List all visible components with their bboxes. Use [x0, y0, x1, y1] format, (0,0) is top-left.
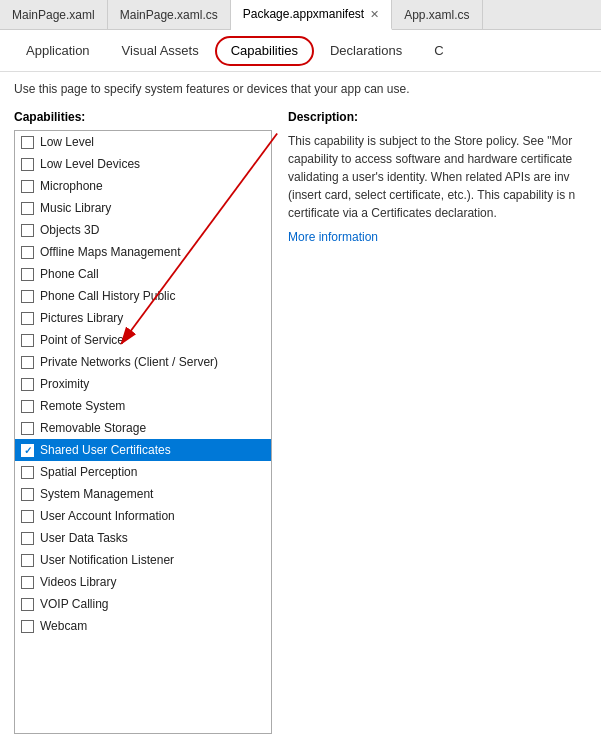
content-area: Capabilities: Low LevelLow Level Devices…: [14, 110, 587, 734]
capability-label: Spatial Perception: [40, 465, 137, 479]
checkbox-proximity[interactable]: [21, 378, 34, 391]
capability-item-microphone[interactable]: Microphone: [15, 175, 271, 197]
capability-item-offline-maps[interactable]: Offline Maps Management: [15, 241, 271, 263]
description-panel: Description: This capability is subject …: [288, 110, 587, 734]
checkbox-low-level[interactable]: [21, 136, 34, 149]
capability-item-user-data-tasks[interactable]: User Data Tasks: [15, 527, 271, 549]
tab-mainpage-xaml[interactable]: MainPage.xaml: [0, 0, 108, 29]
capabilities-list-wrapper: Low LevelLow Level DevicesMicrophoneMusi…: [14, 130, 272, 734]
capability-item-private-networks[interactable]: Private Networks (Client / Server): [15, 351, 271, 373]
capability-label: Low Level: [40, 135, 94, 149]
checkbox-phone-call[interactable]: [21, 268, 34, 281]
capability-label: Music Library: [40, 201, 111, 215]
capability-label: Phone Call History Public: [40, 289, 175, 303]
checkbox-voip-calling[interactable]: [21, 598, 34, 611]
checkbox-point-of-service[interactable]: [21, 334, 34, 347]
capability-label: User Data Tasks: [40, 531, 128, 545]
capability-item-phone-call-history-public[interactable]: Phone Call History Public: [15, 285, 271, 307]
tab-bar: MainPage.xaml MainPage.xaml.cs Package.a…: [0, 0, 601, 30]
tab-label: MainPage.xaml.cs: [120, 8, 218, 22]
nav-visual-assets[interactable]: Visual Assets: [106, 30, 215, 71]
capability-label: Removable Storage: [40, 421, 146, 435]
tab-package-manifest[interactable]: Package.appxmanifest ✕: [231, 0, 392, 30]
capability-label: System Management: [40, 487, 153, 501]
tab-mainpage-cs[interactable]: MainPage.xaml.cs: [108, 0, 231, 29]
capability-item-music-library[interactable]: Music Library: [15, 197, 271, 219]
capability-item-objects-3d[interactable]: Objects 3D: [15, 219, 271, 241]
page-description: Use this page to specify system features…: [14, 82, 587, 96]
tab-label: Package.appxmanifest: [243, 7, 364, 21]
capability-label: Point of Service: [40, 333, 124, 347]
checkbox-low-level-devices[interactable]: [21, 158, 34, 171]
tab-close-icon[interactable]: ✕: [370, 8, 379, 21]
capability-label: Webcam: [40, 619, 87, 633]
checkbox-system-management[interactable]: [21, 488, 34, 501]
capability-item-phone-call[interactable]: Phone Call: [15, 263, 271, 285]
checkbox-objects-3d[interactable]: [21, 224, 34, 237]
capability-label: VOIP Calling: [40, 597, 108, 611]
nav-label: Application: [26, 43, 90, 58]
capability-label: User Notification Listener: [40, 553, 174, 567]
capabilities-panel: Capabilities: Low LevelLow Level Devices…: [14, 110, 272, 734]
capabilities-list[interactable]: Low LevelLow Level DevicesMicrophoneMusi…: [15, 131, 271, 733]
capability-label: Shared User Certificates: [40, 443, 171, 457]
page-content: Use this page to specify system features…: [0, 72, 601, 746]
more-info-link[interactable]: More information: [288, 230, 587, 244]
checkbox-private-networks[interactable]: [21, 356, 34, 369]
description-text: This capability is subject to the Store …: [288, 132, 587, 222]
capability-label: Videos Library: [40, 575, 117, 589]
checkbox-user-data-tasks[interactable]: [21, 532, 34, 545]
checkbox-webcam[interactable]: [21, 620, 34, 633]
tab-app-xaml[interactable]: App.xaml.cs: [392, 0, 482, 29]
capability-item-low-level[interactable]: Low Level: [15, 131, 271, 153]
checkmark-icon: ✓: [24, 445, 32, 456]
tab-label: App.xaml.cs: [404, 8, 469, 22]
checkbox-user-account-info[interactable]: [21, 510, 34, 523]
checkbox-shared-user-certs[interactable]: ✓: [21, 444, 34, 457]
checkbox-microphone[interactable]: [21, 180, 34, 193]
capability-label: Phone Call: [40, 267, 99, 281]
checkbox-removable-storage[interactable]: [21, 422, 34, 435]
capability-item-removable-storage[interactable]: Removable Storage: [15, 417, 271, 439]
nav-declarations[interactable]: Declarations: [314, 30, 418, 71]
nav-content-uris[interactable]: C: [418, 30, 459, 71]
tab-label: MainPage.xaml: [12, 8, 95, 22]
capability-label: Pictures Library: [40, 311, 123, 325]
capability-label: Proximity: [40, 377, 89, 391]
capability-item-shared-user-certs[interactable]: ✓Shared User Certificates: [15, 439, 271, 461]
capability-label: Microphone: [40, 179, 103, 193]
capability-item-low-level-devices[interactable]: Low Level Devices: [15, 153, 271, 175]
capability-item-system-management[interactable]: System Management: [15, 483, 271, 505]
capability-item-voip-calling[interactable]: VOIP Calling: [15, 593, 271, 615]
capability-item-remote-system[interactable]: Remote System: [15, 395, 271, 417]
nav-label: Visual Assets: [122, 43, 199, 58]
nav-label: C: [434, 43, 443, 58]
capability-label: Low Level Devices: [40, 157, 140, 171]
capability-item-webcam[interactable]: Webcam: [15, 615, 271, 637]
capability-item-spatial-perception[interactable]: Spatial Perception: [15, 461, 271, 483]
description-title: Description:: [288, 110, 587, 124]
nav-label: Capabilities: [231, 43, 298, 58]
nav-application[interactable]: Application: [10, 30, 106, 71]
checkbox-music-library[interactable]: [21, 202, 34, 215]
top-nav: Application Visual Assets Capabilities D…: [0, 30, 601, 72]
capability-item-user-notification-listener[interactable]: User Notification Listener: [15, 549, 271, 571]
checkbox-user-notification-listener[interactable]: [21, 554, 34, 567]
capability-item-proximity[interactable]: Proximity: [15, 373, 271, 395]
checkbox-offline-maps[interactable]: [21, 246, 34, 259]
capability-item-videos-library[interactable]: Videos Library: [15, 571, 271, 593]
capability-item-pictures-library[interactable]: Pictures Library: [15, 307, 271, 329]
capability-item-point-of-service[interactable]: Point of Service: [15, 329, 271, 351]
nav-capabilities[interactable]: Capabilities: [215, 36, 314, 66]
capability-item-user-account-info[interactable]: User Account Information: [15, 505, 271, 527]
checkbox-remote-system[interactable]: [21, 400, 34, 413]
capability-label: Remote System: [40, 399, 125, 413]
checkbox-videos-library[interactable]: [21, 576, 34, 589]
capability-label: Offline Maps Management: [40, 245, 181, 259]
capability-label: User Account Information: [40, 509, 175, 523]
checkbox-phone-call-history-public[interactable]: [21, 290, 34, 303]
checkbox-pictures-library[interactable]: [21, 312, 34, 325]
checkbox-spatial-perception[interactable]: [21, 466, 34, 479]
nav-label: Declarations: [330, 43, 402, 58]
capability-label: Private Networks (Client / Server): [40, 355, 218, 369]
